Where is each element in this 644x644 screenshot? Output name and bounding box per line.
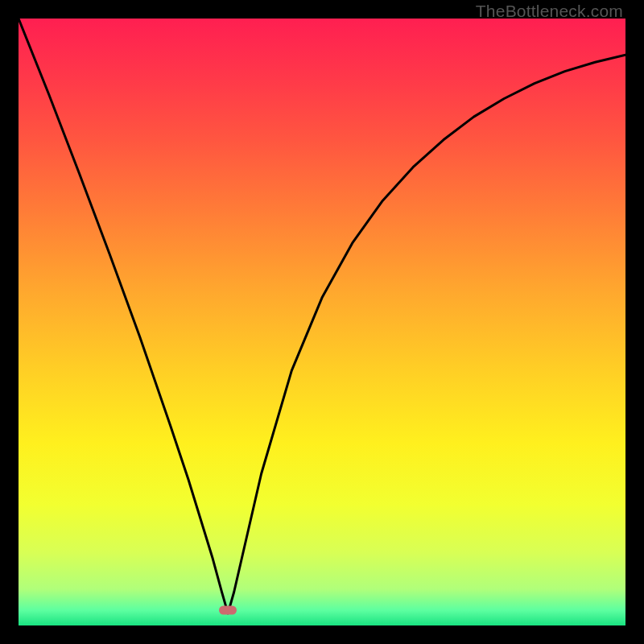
bottleneck-curve — [19, 19, 625, 625]
chart-frame — [19, 19, 625, 625]
optimal-point-marker — [219, 606, 237, 615]
